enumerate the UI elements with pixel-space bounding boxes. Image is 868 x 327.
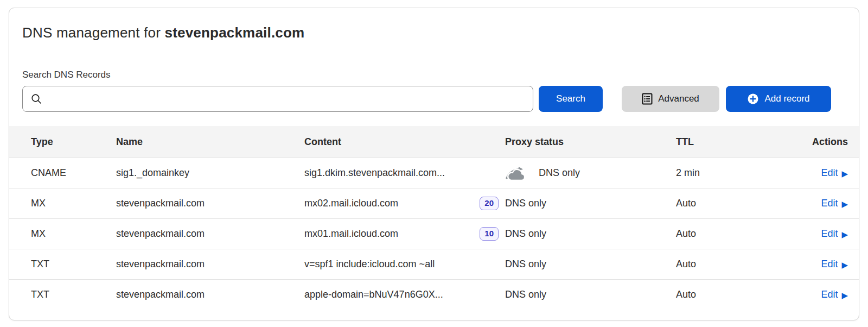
record-type: MX	[31, 228, 116, 240]
record-type: TXT	[31, 289, 116, 300]
edit-button[interactable]: Edit▶	[821, 259, 848, 270]
search-input-box[interactable]	[22, 86, 533, 112]
record-ttl: 2 min	[676, 167, 755, 179]
proxy-status-cell: DNS only	[505, 228, 676, 240]
record-ttl: Auto	[676, 228, 755, 240]
record-type: MX	[31, 198, 116, 209]
page-title: DNS management for stevenpackmail.com	[22, 8, 846, 41]
proxy-status-text: DNS only	[505, 259, 546, 270]
column-header-actions: Actions	[755, 136, 859, 148]
proxy-status-cell: DNS only	[505, 198, 676, 209]
column-header-name: Name	[116, 136, 304, 148]
proxy-status-text: DNS only	[505, 289, 546, 300]
advanced-button[interactable]: Advanced	[622, 86, 719, 112]
edit-button[interactable]: Edit▶	[821, 167, 848, 179]
dns-records-table: Type Name Content Proxy status TTL Actio…	[9, 126, 859, 310]
table-row: TXT stevenpackmail.com apple-domain=bNuV…	[9, 279, 859, 310]
add-record-button-label: Add record	[764, 93, 809, 104]
record-type: CNAME	[31, 167, 116, 179]
table-row: TXT stevenpackmail.com v=spf1 include:ic…	[9, 249, 859, 279]
record-name: stevenpackmail.com	[116, 198, 304, 209]
add-record-button[interactable]: Add record	[726, 86, 831, 112]
edit-label: Edit	[821, 259, 838, 270]
record-content: v=spf1 include:icloud.com ~all	[304, 259, 435, 270]
search-icon	[30, 93, 42, 105]
proxy-status-cell: DNS only	[505, 289, 676, 300]
edit-button[interactable]: Edit▶	[821, 228, 848, 240]
chevron-right-icon: ▶	[841, 291, 848, 299]
search-button[interactable]: Search	[539, 86, 603, 112]
dns-only-cloud-icon	[505, 165, 528, 181]
chevron-right-icon: ▶	[841, 261, 848, 269]
advanced-button-label: Advanced	[658, 93, 699, 104]
edit-label: Edit	[821, 198, 838, 209]
chevron-right-icon: ▶	[841, 169, 848, 178]
mx-priority-badge: 20	[480, 197, 499, 210]
record-content: mx02.mail.icloud.com	[304, 198, 398, 209]
edit-label: Edit	[821, 167, 838, 179]
record-ttl: Auto	[676, 198, 755, 209]
edit-button[interactable]: Edit▶	[821, 289, 848, 300]
record-ttl: Auto	[676, 259, 755, 270]
table-row: MX stevenpackmail.com mx02.mail.icloud.c…	[9, 188, 859, 218]
mx-priority-badge: 10	[480, 227, 499, 241]
edit-button[interactable]: Edit▶	[821, 198, 848, 209]
table-header-row: Type Name Content Proxy status TTL Actio…	[9, 126, 859, 158]
search-button-label: Search	[556, 93, 585, 104]
proxy-status-text: DNS only	[539, 167, 580, 179]
record-content: mx01.mail.icloud.com	[304, 228, 398, 240]
page-title-prefix: DNS management for	[22, 24, 164, 41]
record-type: TXT	[31, 259, 116, 270]
chevron-right-icon: ▶	[841, 230, 848, 238]
record-name: stevenpackmail.com	[116, 228, 304, 240]
plus-circle-icon	[747, 93, 759, 105]
chevron-right-icon: ▶	[841, 200, 848, 208]
column-header-type: Type	[31, 136, 116, 148]
table-row: MX stevenpackmail.com mx01.mail.icloud.c…	[9, 218, 859, 249]
record-name: stevenpackmail.com	[116, 289, 304, 300]
record-name: sig1._domainkey	[116, 167, 304, 179]
record-name: stevenpackmail.com	[116, 259, 304, 270]
column-header-ttl: TTL	[676, 136, 755, 148]
list-document-icon	[642, 93, 653, 105]
record-ttl: Auto	[676, 289, 755, 300]
search-row: Search Advanced	[22, 86, 846, 112]
proxy-status-cell: DNS only	[505, 165, 676, 181]
proxy-status-text: DNS only	[505, 228, 546, 240]
proxy-status-text: DNS only	[505, 198, 546, 209]
record-content: sig1.dkim.stevenpackmail.com...	[304, 167, 445, 179]
search-label: Search DNS Records	[22, 70, 846, 80]
record-content: apple-domain=bNuV47n6G0X...	[304, 289, 443, 300]
edit-label: Edit	[821, 228, 838, 240]
search-input[interactable]	[48, 86, 525, 111]
column-header-proxy-status: Proxy status	[505, 136, 676, 148]
page-title-domain: stevenpackmail.com	[164, 24, 304, 41]
column-header-content: Content	[304, 136, 505, 148]
table-row: CNAME sig1._domainkey sig1.dkim.stevenpa…	[9, 158, 859, 188]
proxy-status-cell: DNS only	[505, 259, 676, 270]
dns-management-card: DNS management for stevenpackmail.com Se…	[9, 8, 859, 320]
edit-label: Edit	[821, 289, 838, 300]
